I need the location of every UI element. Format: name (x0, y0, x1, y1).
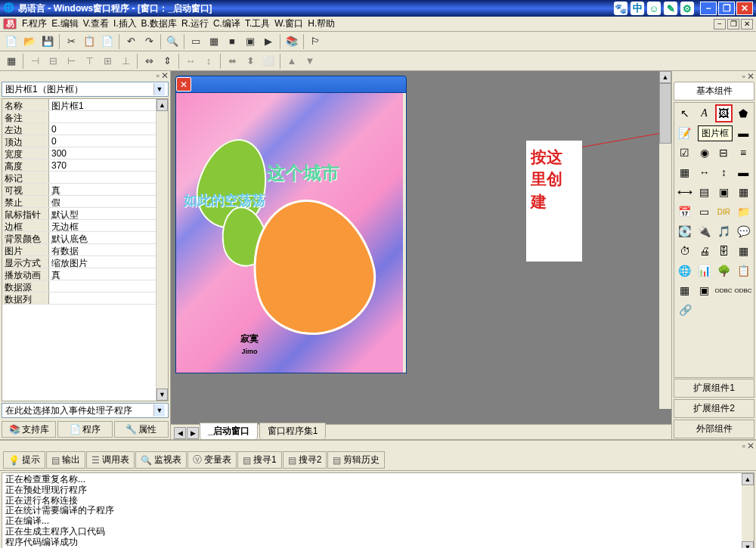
menu-tools[interactable]: T.工具 (243, 16, 272, 32)
tree-tool-icon[interactable]: 🌳 (715, 262, 733, 280)
scroll-down-icon[interactable]: ▼ (156, 389, 168, 401)
property-row[interactable]: 显示方式缩放图片 (2, 256, 168, 268)
tab-startup-window[interactable]: _启动窗口 (200, 423, 258, 439)
new-icon[interactable]: 📄 (3, 33, 20, 50)
slider-tool-icon[interactable]: ⟷ (676, 183, 694, 201)
net-tool-icon[interactable]: 🌐 (676, 262, 694, 280)
property-grid[interactable]: 名称图片框1备注左边0顶边0宽度300高度370标记可视真禁止假鼠标指针默认型边… (2, 98, 169, 401)
property-row[interactable]: 备注 (2, 111, 168, 123)
step-icon[interactable]: ▣ (242, 33, 259, 50)
property-row[interactable]: 播放动画真 (2, 268, 168, 280)
property-row[interactable]: 顶边0 (2, 135, 168, 147)
run-icon[interactable]: ▶ (260, 33, 277, 50)
find-icon[interactable]: 🔍 (164, 33, 181, 50)
drive-tool-icon[interactable]: 💽 (676, 222, 694, 240)
property-row[interactable]: 边框无边框 (2, 220, 168, 232)
align-right-icon[interactable]: ⊢ (63, 53, 79, 70)
property-value[interactable]: 缩放图片 (49, 256, 168, 268)
form-icon[interactable]: ▭ (187, 33, 204, 50)
object-selector[interactable]: 图片框1（图片框） ▼ (2, 82, 169, 97)
property-row[interactable]: 高度370 (2, 159, 168, 172)
menu-insert[interactable]: I.插入 (111, 16, 139, 32)
progress-tool-icon[interactable]: ▬ (734, 163, 752, 181)
ole-tool-icon[interactable]: ▦ (734, 183, 752, 201)
pointer-tool-icon[interactable]: ↖ (676, 104, 694, 122)
properties-button[interactable]: 🔧 属性 (114, 421, 169, 438)
ip-tool-icon[interactable]: ▭ (696, 203, 714, 221)
grid-icon[interactable]: ▦ (3, 53, 20, 70)
scroll-up-icon[interactable]: ▲ (659, 71, 671, 83)
panel-pin-icon[interactable]: ▫ (742, 441, 745, 450)
form-window[interactable]: ✕ 这个城市 如此的空荡荡 寂寞Jimo (175, 76, 407, 373)
align-bottom-icon[interactable]: ⊥ (117, 53, 134, 70)
dist-h-icon[interactable]: ↔ (182, 53, 199, 70)
stop-icon[interactable]: ■ (224, 33, 240, 50)
tab-tool-icon[interactable]: ▤ (696, 183, 714, 201)
print-tool-icon[interactable]: 🖨 (696, 242, 714, 260)
property-value[interactable]: 无边框 (49, 220, 168, 231)
redo-icon[interactable]: ↷ (141, 33, 157, 50)
undo-icon[interactable]: ↶ (122, 33, 139, 50)
output-content[interactable]: 正在检查重复名称...正在预处理现行程序正在进行名称连接正在统计需要编译的子程序… (2, 472, 754, 548)
gear-icon[interactable]: ⚙ (680, 2, 694, 15)
align-vmid-icon[interactable]: ⊞ (99, 53, 116, 70)
property-value[interactable]: 默认底色 (49, 232, 168, 243)
dropdown-icon[interactable]: ▼ (153, 404, 165, 416)
same-w-icon[interactable]: ⬌ (224, 53, 240, 70)
tab-search2[interactable]: ▤搜寻2 (283, 451, 327, 469)
db-tool-icon[interactable]: 🗄 (715, 242, 733, 260)
tab-hint[interactable]: 💡提示 (3, 451, 45, 469)
dist-v-icon[interactable]: ↕ (200, 53, 217, 70)
output-vscroll[interactable]: ▲▼ (742, 473, 754, 548)
menu-compile[interactable]: C.编译 (211, 16, 243, 32)
paste-icon[interactable]: 📄 (99, 33, 116, 50)
property-value[interactable]: 真 (49, 268, 168, 280)
tab-cliphistory[interactable]: ▤剪辑历史 (327, 451, 385, 469)
list-tool-icon[interactable]: ≡ (734, 144, 752, 162)
designer-vscroll[interactable]: ▲ (659, 71, 671, 409)
menu-program[interactable]: F.程序 (20, 16, 49, 32)
property-value[interactable]: 0 (49, 135, 168, 147)
property-row[interactable]: 数据源 (2, 280, 168, 293)
panel-close-icon[interactable]: ✕ (747, 71, 754, 80)
close-button[interactable]: ✕ (736, 2, 753, 15)
property-value[interactable]: 图片框1 (49, 99, 168, 110)
chart-tool-icon[interactable]: 📊 (696, 262, 714, 280)
menu-database[interactable]: B.数据库 (139, 16, 179, 32)
property-value[interactable]: 0 (49, 123, 168, 135)
property-value[interactable] (49, 280, 168, 292)
design-surface[interactable]: ✕ 这个城市 如此的空荡荡 寂寞Jimo 按这里创建 ▲ (171, 71, 671, 439)
close-icon[interactable]: ✕ (176, 77, 191, 91)
report-tool-icon[interactable]: 📋 (734, 262, 752, 280)
extended-components-1[interactable]: 扩展组件1 (674, 379, 754, 398)
combo-tool-icon[interactable]: ⊟ (715, 144, 733, 162)
property-row[interactable]: 背景颜色默认底色 (2, 232, 168, 244)
basic-components-tab[interactable]: 基本组件 (674, 82, 754, 101)
pencil-icon[interactable]: ✎ (664, 2, 677, 15)
paw-icon[interactable]: 🐾 (614, 2, 627, 15)
form-titlebar[interactable]: ✕ (175, 76, 407, 93)
picture-box-control[interactable]: 这个城市 如此的空荡荡 寂寞Jimo (176, 93, 403, 373)
panel-pin-icon[interactable]: ▫ (156, 70, 160, 81)
property-value[interactable]: 假 (49, 196, 168, 207)
vscroll-tool-icon[interactable]: ↕ (715, 163, 733, 181)
panel-pin-icon[interactable]: ▫ (742, 71, 745, 80)
same-wh-icon[interactable]: ⬜ (260, 53, 277, 70)
panel-close-icon[interactable]: ✕ (161, 70, 169, 81)
scroll-thumb[interactable] (659, 83, 671, 144)
maximize-button[interactable]: ❐ (718, 2, 735, 15)
media-tool-icon[interactable]: 🎵 (715, 222, 733, 240)
grid-tool-icon[interactable]: ▦ (676, 163, 694, 181)
dir-tool-icon[interactable]: DIR (715, 203, 733, 221)
checkbox-tool-icon[interactable]: ☑ (676, 144, 694, 162)
prop-scrollbar[interactable]: ▲ ▼ (156, 99, 168, 401)
align-top-icon[interactable]: ⊤ (81, 53, 98, 70)
property-row[interactable]: 图片有数据 (2, 244, 168, 256)
property-value[interactable]: 默认型 (49, 208, 168, 219)
property-value[interactable]: 300 (49, 147, 168, 159)
property-row[interactable]: 禁止假 (2, 196, 168, 208)
toback-icon[interactable]: ▼ (302, 53, 318, 70)
imagelist-tool-icon[interactable]: ▣ (715, 183, 733, 201)
smile-icon[interactable]: ☺ (647, 2, 661, 15)
property-value[interactable] (49, 172, 168, 183)
